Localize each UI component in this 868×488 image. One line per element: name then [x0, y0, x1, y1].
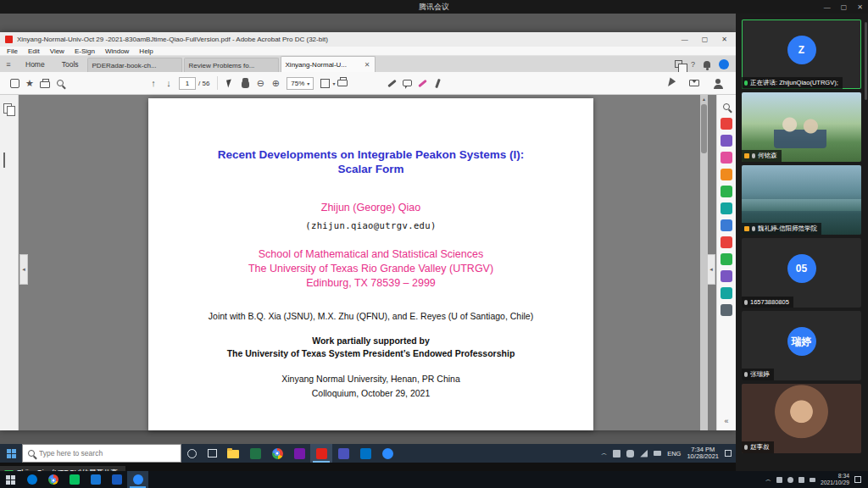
rail-collapse-icon[interactable]: « [724, 417, 728, 425]
menu-view[interactable]: View [50, 47, 64, 55]
tool-organize-pages-icon[interactable] [721, 186, 732, 197]
fill-sign-icon[interactable] [430, 75, 445, 91]
person-search-icon[interactable] [710, 75, 726, 91]
cortana-icon[interactable] [181, 444, 202, 463]
tool-create-pdf-icon[interactable] [721, 118, 732, 130]
account-avatar[interactable] [719, 59, 729, 69]
acrobat-close-icon[interactable]: ✕ [721, 36, 727, 43]
tool-fill-sign-icon[interactable] [721, 253, 732, 265]
acrobat-maximize-icon[interactable]: ▢ [702, 36, 709, 43]
local-edge-icon[interactable] [21, 471, 42, 488]
taskbar-teams-icon[interactable] [332, 444, 354, 463]
doc-tab-1[interactable]: PDERadar-book-ch... [87, 58, 182, 72]
highlight-pen-icon[interactable] [415, 75, 430, 91]
zoom-out-icon[interactable]: ⊖ [253, 75, 268, 91]
bell-icon[interactable] [704, 61, 710, 68]
acrobat-titlebar[interactable]: Xinyang-Normal-Univ-Oct 29 -2021-830amBJ… [0, 32, 736, 47]
tool-stamp-icon[interactable] [721, 304, 732, 316]
page-thumbnails-icon[interactable] [3, 103, 14, 114]
participant-tile-6[interactable]: 赵李叔 [742, 384, 861, 453]
hand-tool-icon[interactable] [237, 75, 253, 91]
participant-tile-4[interactable]: 05 16573880805 [742, 238, 861, 308]
tool-combine-files-icon[interactable] [721, 135, 732, 147]
search-input[interactable] [39, 449, 166, 458]
star-icon[interactable]: ★ [22, 75, 37, 91]
local-tray-icon-3[interactable] [798, 477, 804, 483]
save-icon[interactable] [7, 75, 22, 91]
comment-bubble-icon[interactable] [399, 75, 415, 91]
language-indicator[interactable]: ENG [667, 450, 681, 458]
close-tab-icon[interactable]: ✕ [361, 61, 370, 69]
taskbar-file-explorer-icon[interactable] [222, 444, 244, 463]
tab-menu-icon[interactable]: ≡ [0, 56, 17, 72]
acrobat-minimize-icon[interactable]: — [682, 36, 688, 43]
local-wechat-icon[interactable] [64, 471, 85, 488]
doc-tab-3-active[interactable]: Xinyang-Normal-U... ✕ [281, 56, 376, 72]
select-tool-icon[interactable] [222, 75, 237, 91]
maximize-icon[interactable]: ▢ [841, 3, 848, 11]
tool-compress-icon[interactable] [721, 287, 732, 299]
menu-window[interactable]: Window [105, 47, 129, 55]
speaker-icon[interactable] [613, 450, 620, 458]
menu-help[interactable]: Help [139, 47, 153, 55]
local-tray-icon-1[interactable] [776, 477, 782, 483]
page-display-icon[interactable] [317, 75, 332, 91]
share-screen-icon[interactable] [675, 60, 682, 68]
reading-mode-icon[interactable] [335, 75, 350, 91]
task-view-icon[interactable] [202, 444, 222, 463]
local-word-icon[interactable] [106, 471, 127, 488]
tool-edit-pdf-icon[interactable] [721, 152, 732, 164]
previous-page-icon[interactable]: ↑ [146, 75, 161, 91]
signature-icon[interactable] [663, 75, 678, 91]
tool-comment-icon[interactable] [721, 219, 732, 231]
layers-icon[interactable] [3, 177, 14, 188]
page-number-input[interactable]: 1 [179, 77, 196, 90]
battery-icon[interactable] [654, 451, 661, 456]
close-icon[interactable]: ✕ [857, 3, 863, 11]
local-clock[interactable]: 8:34 2021/10/29 [821, 473, 849, 486]
attachments-icon[interactable] [3, 152, 14, 164]
next-page-icon[interactable]: ↓ [161, 75, 176, 91]
local-app-blue-icon[interactable] [85, 471, 106, 488]
taskbar-clock[interactable]: 7:34 PM 10/28/2021 [687, 446, 719, 461]
local-hidden-icons-chevron[interactable]: ︿ [765, 475, 771, 484]
participant-tile-5[interactable]: 瑞婷 张瑞婷 [742, 311, 861, 380]
panel-scrollbar[interactable] [865, 22, 867, 100]
local-meeting-icon[interactable] [127, 471, 148, 488]
participant-tile-2[interactable]: 何铭森 [742, 92, 861, 162]
taskbar-onenote-icon[interactable] [288, 444, 310, 463]
participant-tile-3[interactable]: 魏礼婷-信阳师范学院 [742, 165, 861, 235]
taskbar-excel-icon[interactable] [244, 444, 266, 463]
marquee-zoom-icon[interactable] [721, 101, 732, 113]
search-icon[interactable] [53, 75, 68, 91]
print-icon[interactable] [37, 75, 53, 91]
bookmarks-icon[interactable] [3, 128, 14, 139]
help-icon[interactable]: ? [691, 60, 695, 69]
zoom-in-icon[interactable]: ⊕ [268, 75, 283, 91]
edit-pen-icon[interactable] [384, 75, 399, 91]
minimize-icon[interactable]: — [824, 3, 831, 11]
tool-scan-ocr-icon[interactable] [721, 236, 732, 248]
taskbar-search[interactable] [22, 444, 181, 463]
local-start-button[interactable] [0, 471, 21, 488]
scrollbar-thumb[interactable] [701, 104, 707, 153]
local-action-center-icon[interactable] [854, 476, 861, 483]
tool-export-pdf-icon[interactable] [721, 169, 732, 180]
taskbar-outlook-icon[interactable] [354, 444, 376, 463]
taskbar-meeting-icon[interactable] [376, 444, 398, 463]
taskbar-chrome-icon[interactable] [266, 444, 288, 463]
doc-tab-2[interactable]: Review Problems fo... [184, 58, 279, 72]
mail-icon[interactable] [687, 75, 702, 91]
scroll-up-icon[interactable]: ▲ [700, 95, 708, 103]
local-chrome-icon[interactable] [42, 471, 64, 488]
hidden-icons-chevron[interactable]: ︿ [601, 449, 607, 458]
zoom-level-select[interactable]: 75% ▾ [287, 77, 314, 90]
participant-tile-1[interactable]: Z 正在讲话: ZhijunQiao(UTRGV); [742, 19, 861, 89]
start-button[interactable] [0, 444, 22, 463]
mic-tray-icon[interactable] [626, 450, 634, 458]
tool-share-icon[interactable] [721, 202, 732, 214]
tab-home[interactable]: Home [17, 56, 53, 72]
menu-file[interactable]: File [7, 47, 18, 55]
action-center-icon[interactable] [725, 450, 732, 457]
menu-edit[interactable]: Edit [28, 47, 40, 55]
